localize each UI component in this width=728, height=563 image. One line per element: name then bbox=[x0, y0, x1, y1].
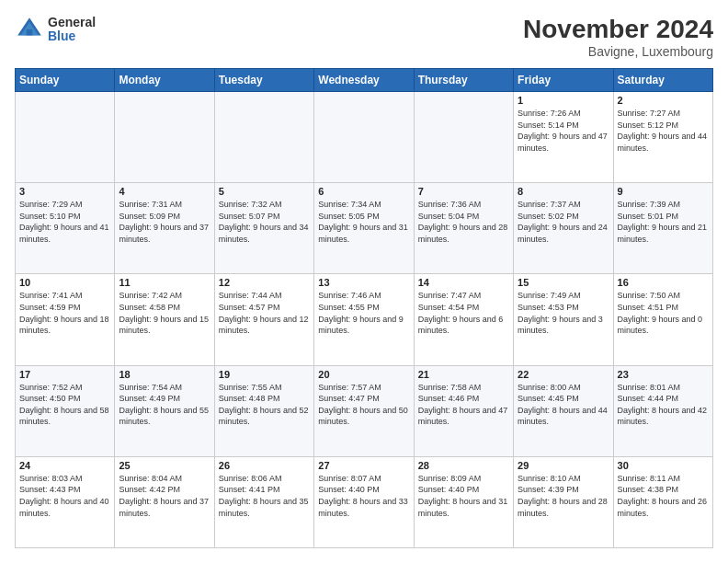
logo-text: General Blue bbox=[48, 16, 96, 44]
day-info-24: Sunrise: 8:03 AM Sunset: 4:43 PM Dayligh… bbox=[19, 473, 110, 519]
day-number-27: 27 bbox=[318, 460, 409, 471]
day-info-10: Sunrise: 7:41 AM Sunset: 4:59 PM Dayligh… bbox=[19, 290, 110, 336]
day-number-3: 3 bbox=[19, 186, 110, 197]
calendar-cell-0-1 bbox=[115, 92, 214, 183]
week-row-3: 17Sunrise: 7:52 AM Sunset: 4:50 PM Dayli… bbox=[16, 365, 713, 456]
week-row-0: 1Sunrise: 7:26 AM Sunset: 5:14 PM Daylig… bbox=[16, 92, 713, 183]
calendar-cell-0-6: 2Sunrise: 7:27 AM Sunset: 5:12 PM Daylig… bbox=[613, 92, 712, 183]
svg-rect-2 bbox=[27, 29, 32, 35]
day-number-17: 17 bbox=[19, 369, 110, 380]
day-number-10: 10 bbox=[19, 277, 110, 288]
calendar-cell-4-0: 24Sunrise: 8:03 AM Sunset: 4:43 PM Dayli… bbox=[16, 456, 115, 547]
calendar-cell-4-4: 28Sunrise: 8:09 AM Sunset: 4:40 PM Dayli… bbox=[414, 456, 513, 547]
subtitle: Bavigne, Luxembourg bbox=[523, 44, 713, 59]
calendar-cell-4-3: 27Sunrise: 8:07 AM Sunset: 4:40 PM Dayli… bbox=[314, 456, 414, 547]
day-info-14: Sunrise: 7:47 AM Sunset: 4:54 PM Dayligh… bbox=[418, 290, 509, 336]
week-row-2: 10Sunrise: 7:41 AM Sunset: 4:59 PM Dayli… bbox=[16, 274, 713, 365]
calendar-cell-2-0: 10Sunrise: 7:41 AM Sunset: 4:59 PM Dayli… bbox=[16, 274, 115, 365]
day-info-23: Sunrise: 8:01 AM Sunset: 4:44 PM Dayligh… bbox=[618, 382, 709, 428]
main-title: November 2024 bbox=[523, 15, 713, 44]
header-saturday: Saturday bbox=[613, 69, 712, 92]
day-info-29: Sunrise: 8:10 AM Sunset: 4:39 PM Dayligh… bbox=[518, 473, 609, 519]
day-info-8: Sunrise: 7:37 AM Sunset: 5:02 PM Dayligh… bbox=[518, 199, 609, 245]
day-number-8: 8 bbox=[518, 186, 609, 197]
day-info-12: Sunrise: 7:44 AM Sunset: 4:57 PM Dayligh… bbox=[219, 290, 310, 336]
day-number-20: 20 bbox=[318, 369, 409, 380]
day-number-26: 26 bbox=[219, 460, 310, 471]
day-info-17: Sunrise: 7:52 AM Sunset: 4:50 PM Dayligh… bbox=[19, 382, 110, 428]
calendar-cell-3-6: 23Sunrise: 8:01 AM Sunset: 4:44 PM Dayli… bbox=[613, 365, 712, 456]
calendar-cell-0-5: 1Sunrise: 7:26 AM Sunset: 5:14 PM Daylig… bbox=[514, 92, 613, 183]
day-info-5: Sunrise: 7:32 AM Sunset: 5:07 PM Dayligh… bbox=[219, 199, 310, 245]
calendar-cell-1-4: 7Sunrise: 7:36 AM Sunset: 5:04 PM Daylig… bbox=[414, 183, 513, 274]
calendar-cell-2-3: 13Sunrise: 7:46 AM Sunset: 4:55 PM Dayli… bbox=[314, 274, 414, 365]
calendar-cell-2-1: 11Sunrise: 7:42 AM Sunset: 4:58 PM Dayli… bbox=[115, 274, 214, 365]
calendar-cell-0-2 bbox=[214, 92, 313, 183]
calendar-cell-3-5: 22Sunrise: 8:00 AM Sunset: 4:45 PM Dayli… bbox=[514, 365, 613, 456]
day-number-7: 7 bbox=[418, 186, 509, 197]
calendar-cell-3-3: 20Sunrise: 7:57 AM Sunset: 4:47 PM Dayli… bbox=[314, 365, 414, 456]
day-number-1: 1 bbox=[518, 95, 609, 106]
header-wednesday: Wednesday bbox=[314, 69, 414, 92]
day-info-7: Sunrise: 7:36 AM Sunset: 5:04 PM Dayligh… bbox=[418, 199, 509, 245]
day-info-18: Sunrise: 7:54 AM Sunset: 4:49 PM Dayligh… bbox=[119, 382, 210, 428]
day-info-25: Sunrise: 8:04 AM Sunset: 4:42 PM Dayligh… bbox=[119, 473, 210, 519]
calendar-cell-1-5: 8Sunrise: 7:37 AM Sunset: 5:02 PM Daylig… bbox=[514, 183, 613, 274]
day-number-16: 16 bbox=[618, 277, 709, 288]
calendar-cell-3-4: 21Sunrise: 7:58 AM Sunset: 4:46 PM Dayli… bbox=[414, 365, 513, 456]
day-number-18: 18 bbox=[119, 369, 210, 380]
day-info-1: Sunrise: 7:26 AM Sunset: 5:14 PM Dayligh… bbox=[518, 108, 609, 154]
weekday-header-row: Sunday Monday Tuesday Wednesday Thursday… bbox=[16, 69, 713, 92]
title-block: November 2024 Bavigne, Luxembourg bbox=[523, 15, 713, 59]
day-info-16: Sunrise: 7:50 AM Sunset: 4:51 PM Dayligh… bbox=[618, 290, 709, 336]
header-friday: Friday bbox=[514, 69, 613, 92]
calendar-cell-2-4: 14Sunrise: 7:47 AM Sunset: 4:54 PM Dayli… bbox=[414, 274, 513, 365]
day-info-30: Sunrise: 8:11 AM Sunset: 4:38 PM Dayligh… bbox=[618, 473, 709, 519]
day-number-9: 9 bbox=[618, 186, 709, 197]
calendar-cell-2-5: 15Sunrise: 7:49 AM Sunset: 4:53 PM Dayli… bbox=[514, 274, 613, 365]
day-info-28: Sunrise: 8:09 AM Sunset: 4:40 PM Dayligh… bbox=[418, 473, 509, 519]
calendar-cell-1-3: 6Sunrise: 7:34 AM Sunset: 5:05 PM Daylig… bbox=[314, 183, 414, 274]
day-info-9: Sunrise: 7:39 AM Sunset: 5:01 PM Dayligh… bbox=[618, 199, 709, 245]
header-sunday: Sunday bbox=[16, 69, 115, 92]
header-thursday: Thursday bbox=[414, 69, 513, 92]
day-number-24: 24 bbox=[19, 460, 110, 471]
day-info-13: Sunrise: 7:46 AM Sunset: 4:55 PM Dayligh… bbox=[318, 290, 409, 336]
header: General Blue November 2024 Bavigne, Luxe… bbox=[15, 15, 713, 59]
header-monday: Monday bbox=[115, 69, 214, 92]
logo-icon bbox=[15, 15, 44, 44]
calendar-cell-2-6: 16Sunrise: 7:50 AM Sunset: 4:51 PM Dayli… bbox=[613, 274, 712, 365]
logo: General Blue bbox=[15, 15, 96, 44]
day-info-27: Sunrise: 8:07 AM Sunset: 4:40 PM Dayligh… bbox=[318, 473, 409, 519]
calendar-cell-3-1: 18Sunrise: 7:54 AM Sunset: 4:49 PM Dayli… bbox=[115, 365, 214, 456]
day-info-4: Sunrise: 7:31 AM Sunset: 5:09 PM Dayligh… bbox=[119, 199, 210, 245]
header-tuesday: Tuesday bbox=[214, 69, 313, 92]
day-number-6: 6 bbox=[318, 186, 409, 197]
day-info-21: Sunrise: 7:58 AM Sunset: 4:46 PM Dayligh… bbox=[418, 382, 509, 428]
calendar-cell-2-2: 12Sunrise: 7:44 AM Sunset: 4:57 PM Dayli… bbox=[214, 274, 313, 365]
week-row-4: 24Sunrise: 8:03 AM Sunset: 4:43 PM Dayli… bbox=[16, 456, 713, 547]
day-number-23: 23 bbox=[618, 369, 709, 380]
week-row-1: 3Sunrise: 7:29 AM Sunset: 5:10 PM Daylig… bbox=[16, 183, 713, 274]
day-info-22: Sunrise: 8:00 AM Sunset: 4:45 PM Dayligh… bbox=[518, 382, 609, 428]
calendar-cell-4-5: 29Sunrise: 8:10 AM Sunset: 4:39 PM Dayli… bbox=[514, 456, 613, 547]
day-number-29: 29 bbox=[518, 460, 609, 471]
day-number-12: 12 bbox=[219, 277, 310, 288]
day-number-14: 14 bbox=[418, 277, 509, 288]
calendar-cell-3-2: 19Sunrise: 7:55 AM Sunset: 4:48 PM Dayli… bbox=[214, 365, 313, 456]
calendar-cell-1-6: 9Sunrise: 7:39 AM Sunset: 5:01 PM Daylig… bbox=[613, 183, 712, 274]
calendar-cell-4-2: 26Sunrise: 8:06 AM Sunset: 4:41 PM Dayli… bbox=[214, 456, 313, 547]
page: General Blue November 2024 Bavigne, Luxe… bbox=[0, 0, 728, 563]
day-number-2: 2 bbox=[618, 95, 709, 106]
calendar-cell-1-0: 3Sunrise: 7:29 AM Sunset: 5:10 PM Daylig… bbox=[16, 183, 115, 274]
calendar-cell-3-0: 17Sunrise: 7:52 AM Sunset: 4:50 PM Dayli… bbox=[16, 365, 115, 456]
day-number-15: 15 bbox=[518, 277, 609, 288]
calendar-cell-0-0 bbox=[16, 92, 115, 183]
day-number-5: 5 bbox=[219, 186, 310, 197]
day-number-21: 21 bbox=[418, 369, 509, 380]
day-info-15: Sunrise: 7:49 AM Sunset: 4:53 PM Dayligh… bbox=[518, 290, 609, 336]
calendar-cell-4-6: 30Sunrise: 8:11 AM Sunset: 4:38 PM Dayli… bbox=[613, 456, 712, 547]
day-info-6: Sunrise: 7:34 AM Sunset: 5:05 PM Dayligh… bbox=[318, 199, 409, 245]
day-number-25: 25 bbox=[119, 460, 210, 471]
logo-general: General bbox=[48, 16, 96, 29]
